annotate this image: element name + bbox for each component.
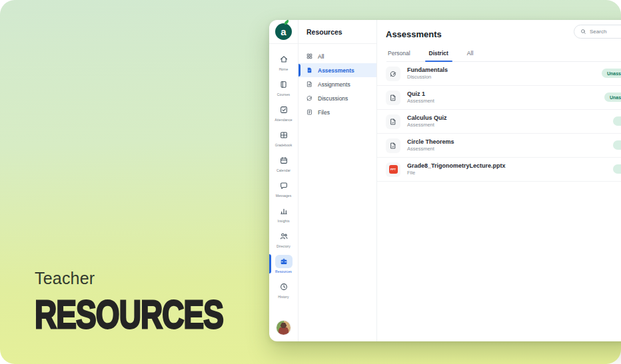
nav-item-label: Directory [277, 244, 291, 248]
grid-icon [306, 53, 313, 60]
nav-item-label: Home [279, 67, 289, 71]
nav-item-resources[interactable]: Resources [269, 253, 298, 276]
nav-item-gradebook[interactable]: Gradebook [269, 126, 298, 150]
nav-item-courses[interactable]: Courses [269, 76, 298, 99]
item-title: Quiz 1 [407, 91, 434, 98]
nav-rail: a Home Courses Attendance Gradebook [269, 20, 299, 341]
user-avatar[interactable] [277, 321, 291, 335]
list-item-text: Calculus Quiz Assessment [407, 114, 447, 128]
nav-item-calendar[interactable]: Calendar [269, 152, 298, 175]
tab-bar: Personal District All [386, 50, 621, 62]
discussion-icon [306, 94, 313, 102]
item-title: Circle Theorems [407, 138, 454, 146]
assessment-doc-icon [306, 67, 313, 74]
status-badge: Unassigned [604, 92, 621, 102]
files-icon [306, 108, 313, 116]
panel-item-files[interactable]: Files [299, 105, 376, 119]
panel-item-assessments[interactable]: Assessments [299, 63, 376, 77]
chat-bubble-icon [275, 179, 293, 192]
app-window: a Home Courses Attendance Gradebook [269, 20, 621, 341]
nav-item-directory[interactable]: Directory [269, 228, 298, 251]
clock-icon [275, 280, 293, 293]
status-badge [613, 164, 621, 174]
nav-item-label: Calendar [277, 168, 291, 172]
list-item-calculus-quiz[interactable]: Calculus Quiz Assessment [377, 110, 621, 134]
status-badge: Unassigned [602, 69, 621, 78]
search-box[interactable]: Search [574, 25, 621, 39]
panel-title: Resources [299, 20, 376, 44]
panel-item-discussions[interactable]: Discussions [299, 91, 376, 105]
nav-item-label: Messages [276, 194, 292, 198]
brand-logo-container: a [269, 20, 298, 44]
poster-eyebrow: Teacher [35, 269, 240, 288]
nav-item-label: Gradebook [275, 143, 293, 147]
panel-items: All Assessments Assignments Discussions … [299, 44, 376, 119]
panel-item-label: Files [318, 109, 330, 116]
item-subtitle: Assessment [407, 122, 447, 128]
panel-item-all[interactable]: All [299, 49, 376, 63]
list-item-text: Grade8_TrigonometryLecture.pptx File [407, 162, 506, 176]
assignment-doc-icon [306, 81, 313, 88]
list-item-circle-theorems[interactable]: Circle Theorems Assessment [377, 134, 621, 158]
poster-headline: Teacher RESOURCES [35, 269, 240, 331]
nav-item-attendance[interactable]: Attendance [269, 101, 298, 124]
panel-item-label: Assessments [318, 67, 354, 74]
panel-item-label: Assignments [318, 81, 350, 88]
brand-monogram: a [281, 27, 286, 37]
assessment-doc-icon [386, 91, 400, 105]
list-item-text: Circle Theorems Assessment [407, 138, 454, 152]
item-title: Calculus Quiz [407, 114, 447, 122]
panel-item-label: Discussions [318, 95, 348, 102]
item-title: Fundamentals [407, 67, 448, 74]
item-title: Grade8_TrigonometryLecture.pptx [407, 162, 506, 170]
nav-item-insights[interactable]: Insights [269, 202, 298, 226]
brand-logo[interactable]: a [275, 23, 292, 40]
nav-item-messages[interactable]: Messages [269, 177, 298, 200]
search-placeholder: Search [590, 29, 606, 35]
nav-item-label: History [278, 295, 289, 299]
nav-item-label: Resources [275, 270, 292, 273]
tab-all[interactable]: All [466, 50, 474, 61]
checkbox-icon [275, 103, 293, 116]
calendar-icon [275, 154, 293, 167]
resources-panel: Resources All Assessments Assignments Di… [299, 20, 377, 341]
bar-chart-icon [275, 204, 293, 218]
discussion-icon [386, 67, 400, 81]
tab-personal[interactable]: Personal [386, 50, 412, 61]
list-item-trigonometry-lecture[interactable]: PPT Grade8_TrigonometryLecture.pptx File [377, 158, 621, 182]
nav-item-history[interactable]: History [269, 278, 298, 301]
poster-title: RESOURCES [35, 292, 223, 337]
nav-item-label: Attendance [275, 118, 292, 122]
nav-item-label: Courses [277, 92, 290, 96]
assessment-doc-icon [386, 114, 400, 129]
list-item-text: Quiz 1 Assessment [407, 91, 434, 104]
book-icon [275, 78, 293, 91]
ppt-file-type-label: PPT [389, 165, 398, 174]
panel-item-label: All [318, 53, 324, 60]
status-badge [613, 140, 621, 150]
people-icon [275, 230, 293, 243]
panel-item-assignments[interactable]: Assignments [299, 77, 376, 91]
home-icon [275, 53, 293, 66]
tab-district[interactable]: District [428, 50, 450, 61]
nav-item-home[interactable]: Home [269, 51, 298, 74]
nav-rail-items: Home Courses Attendance Gradebook Calend… [269, 51, 298, 303]
grid-table-icon [275, 128, 293, 142]
item-subtitle: Assessment [407, 146, 454, 152]
ppt-file-icon: PPT [386, 162, 400, 177]
main-content: Assessments Search Personal District All… [377, 20, 621, 341]
briefcase-icon [275, 255, 293, 268]
item-subtitle: Assessment [407, 98, 434, 104]
assessment-list: Fundamentals Discussion Unassigned Quiz … [377, 62, 621, 182]
list-item-quiz-1[interactable]: Quiz 1 Assessment Unassigned [377, 86, 621, 110]
list-item-text: Fundamentals Discussion [407, 67, 448, 81]
status-badge [613, 116, 621, 126]
item-subtitle: File [407, 170, 506, 176]
list-item-fundamentals[interactable]: Fundamentals Discussion Unassigned [377, 62, 621, 86]
nav-item-label: Insights [277, 219, 289, 223]
item-subtitle: Discussion [407, 74, 448, 81]
assessment-doc-icon [386, 138, 400, 153]
search-icon [580, 29, 586, 35]
